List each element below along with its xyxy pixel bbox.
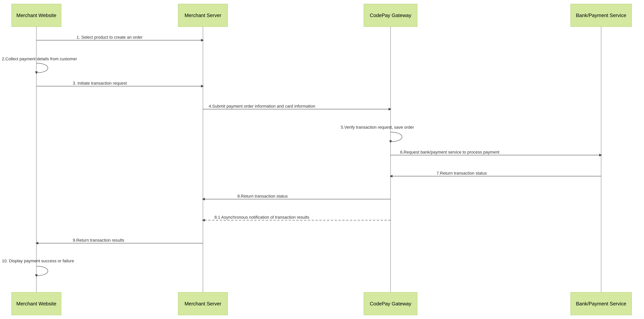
svg-marker-21 [36, 242, 38, 244]
actor-merchant-server-bottom: Merchant Server [178, 292, 228, 315]
svg-marker-5 [201, 39, 204, 42]
msg2-label: 2.Collect payment details from customer [2, 56, 77, 62]
msg7-label: 7.Return transaction status [436, 171, 487, 176]
actor-merchant-server: Merchant Server [178, 4, 228, 27]
svg-marker-11 [389, 140, 392, 143]
actor-merchant-website: Merchant Website [12, 4, 61, 27]
actor-codepay-gateway: CodePay Gateway [364, 4, 417, 27]
svg-marker-15 [390, 175, 392, 178]
msg3-label: 3. Initiate transaction request [73, 81, 127, 86]
svg-marker-22 [35, 274, 38, 277]
msg6-label: 6.Request bank/payment service to proces… [400, 150, 500, 155]
msg8_1-label: 8.1 Asynchronous notification of transac… [214, 215, 309, 220]
msg5-label: 5.Verify transaction request, save order [341, 125, 414, 130]
svg-marker-6 [35, 72, 38, 74]
actor-codepay-gateway-bottom: CodePay Gateway [364, 292, 417, 315]
sequence-diagram: Merchant Website Merchant Server CodePay… [0, 0, 644, 319]
svg-marker-19 [202, 219, 205, 222]
svg-marker-10 [388, 108, 392, 110]
svg-marker-17 [202, 198, 205, 200]
actor-bank-payment: Bank/Payment Service [570, 4, 632, 27]
msg9-label: 9.Return transaction results [73, 238, 124, 243]
actor-bank-payment-bottom: Bank/Payment Service [570, 292, 632, 315]
actor-merchant-website-bottom: Merchant Website [12, 292, 61, 315]
msg1-label: 1. Select product to create an order [76, 35, 142, 40]
msg8-label: 8.Return transaction status [238, 194, 288, 199]
svg-marker-8 [201, 85, 204, 88]
diagram-svg [0, 0, 644, 319]
msg10-label: 10. Display payment success or failure [2, 258, 74, 264]
msg4-label: 4.Submit payment order information and c… [209, 104, 315, 109]
svg-marker-13 [599, 154, 602, 156]
